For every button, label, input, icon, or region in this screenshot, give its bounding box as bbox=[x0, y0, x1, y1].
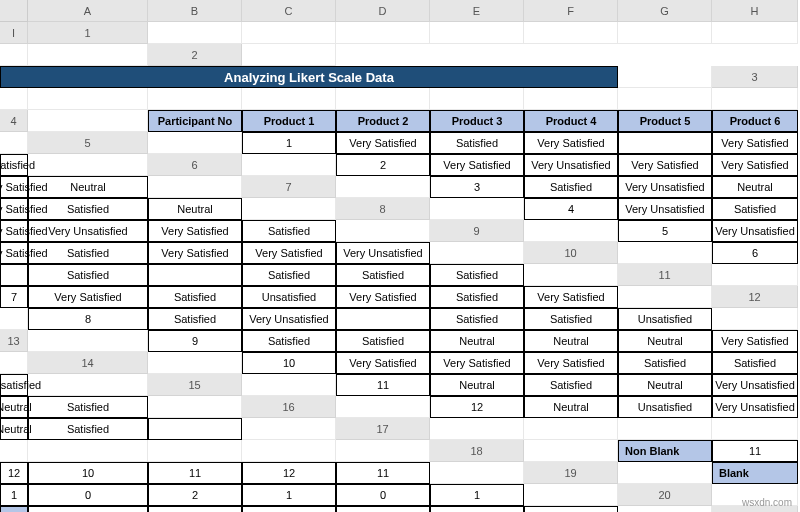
empty-cell[interactable] bbox=[242, 44, 336, 66]
empty-cell[interactable] bbox=[524, 220, 618, 242]
data-cell[interactable]: Neutral bbox=[430, 330, 524, 352]
row-header[interactable]: 17 bbox=[336, 418, 430, 440]
summary-cell[interactable]: 12 bbox=[0, 462, 28, 484]
summary-cell[interactable]: 11 bbox=[336, 462, 430, 484]
data-cell[interactable] bbox=[148, 418, 242, 440]
empty-cell[interactable] bbox=[148, 440, 242, 462]
row-header[interactable]: 19 bbox=[524, 462, 618, 484]
data-cell[interactable]: Neutral bbox=[0, 396, 28, 418]
data-cell[interactable]: Unsatisfied bbox=[0, 374, 28, 396]
empty-cell[interactable] bbox=[242, 198, 336, 220]
empty-cell[interactable] bbox=[148, 132, 242, 154]
data-cell[interactable]: Very Satisfied bbox=[712, 154, 798, 176]
data-cell[interactable]: Satisfied bbox=[430, 132, 524, 154]
col-header[interactable]: A bbox=[28, 0, 148, 22]
data-cell[interactable]: Satisfied bbox=[430, 264, 524, 286]
row-header[interactable]: 10 bbox=[524, 242, 618, 264]
data-cell[interactable]: Satisfied bbox=[430, 286, 524, 308]
summary-cell[interactable]: 12 bbox=[242, 462, 336, 484]
empty-cell[interactable] bbox=[336, 22, 430, 44]
row-header[interactable]: 14 bbox=[28, 352, 148, 374]
data-cell[interactable]: Very Satisfied bbox=[430, 352, 524, 374]
data-cell[interactable]: Satisfied bbox=[618, 352, 712, 374]
summary-cell[interactable]: 0 bbox=[28, 484, 148, 506]
empty-cell[interactable] bbox=[430, 242, 524, 264]
data-cell[interactable]: Neutral bbox=[524, 396, 618, 418]
data-cell[interactable]: Very Satisfied bbox=[524, 286, 618, 308]
empty-cell[interactable] bbox=[618, 462, 712, 484]
summary-cell[interactable]: 11 bbox=[148, 462, 242, 484]
data-cell[interactable]: Very Satisfied bbox=[0, 198, 28, 220]
col-header[interactable]: E bbox=[430, 0, 524, 22]
data-cell[interactable]: Very Unsatisfied bbox=[712, 374, 798, 396]
empty-cell[interactable] bbox=[0, 88, 28, 110]
data-cell[interactable]: Very Satisfied bbox=[148, 242, 242, 264]
data-cell[interactable]: Very Unsatisfied bbox=[618, 176, 712, 198]
row-header[interactable]: 4 bbox=[0, 110, 28, 132]
data-cell[interactable]: Very Satisfied bbox=[336, 286, 430, 308]
data-cell[interactable]: Very Unsatisfied bbox=[28, 220, 148, 242]
empty-cell[interactable] bbox=[28, 330, 148, 352]
empty-cell[interactable] bbox=[618, 22, 712, 44]
summary-cell[interactable]: 1 bbox=[242, 484, 336, 506]
row-header[interactable]: 5 bbox=[28, 132, 148, 154]
empty-cell[interactable] bbox=[336, 440, 430, 462]
row-header[interactable]: 8 bbox=[336, 198, 430, 220]
data-cell[interactable]: Satisfied bbox=[28, 242, 148, 264]
empty-cell[interactable] bbox=[618, 286, 712, 308]
data-cell[interactable]: Satisfied bbox=[242, 264, 336, 286]
data-cell[interactable]: Very Unsatisfied bbox=[242, 308, 336, 330]
data-cell[interactable] bbox=[148, 264, 242, 286]
empty-cell[interactable] bbox=[0, 352, 28, 374]
empty-cell[interactable] bbox=[28, 44, 148, 66]
empty-cell[interactable] bbox=[242, 418, 336, 440]
empty-cell[interactable] bbox=[524, 418, 618, 440]
row-header[interactable]: 9 bbox=[430, 220, 524, 242]
empty-cell[interactable] bbox=[28, 88, 148, 110]
empty-cell[interactable] bbox=[242, 88, 336, 110]
empty-cell[interactable] bbox=[430, 198, 524, 220]
col-header[interactable]: D bbox=[336, 0, 430, 22]
data-cell[interactable]: Satisfied bbox=[524, 176, 618, 198]
empty-cell[interactable] bbox=[28, 374, 148, 396]
empty-cell[interactable] bbox=[28, 110, 148, 132]
data-cell[interactable]: Very Satisfied bbox=[148, 220, 242, 242]
data-cell[interactable]: Very Unsatisfied bbox=[712, 220, 798, 242]
summary-cell[interactable]: 0 bbox=[336, 484, 430, 506]
data-cell[interactable]: Neutral bbox=[148, 198, 242, 220]
data-cell[interactable]: Neutral bbox=[618, 330, 712, 352]
row-header[interactable]: 16 bbox=[242, 396, 336, 418]
col-header[interactable]: B bbox=[148, 0, 242, 22]
empty-cell[interactable] bbox=[0, 132, 28, 154]
data-cell[interactable]: Very Unsatisfied bbox=[336, 242, 430, 264]
row-header[interactable]: 13 bbox=[0, 330, 28, 352]
data-cell[interactable]: Very Satisfied bbox=[712, 132, 798, 154]
empty-cell[interactable] bbox=[0, 44, 28, 66]
empty-cell[interactable] bbox=[148, 396, 242, 418]
data-cell[interactable]: Very Unsatisfied bbox=[712, 396, 798, 418]
data-cell[interactable] bbox=[336, 308, 430, 330]
row-header[interactable]: 18 bbox=[430, 440, 524, 462]
summary-cell[interactable]: 11 bbox=[712, 440, 798, 462]
row-header[interactable]: 12 bbox=[712, 286, 798, 308]
empty-cell[interactable] bbox=[430, 418, 524, 440]
data-cell[interactable]: Very Satisfied bbox=[336, 132, 430, 154]
data-cell[interactable]: Very Unsatisfied bbox=[618, 198, 712, 220]
data-cell[interactable]: Neutral bbox=[0, 418, 28, 440]
empty-cell[interactable] bbox=[712, 88, 798, 110]
data-cell[interactable]: Very Satisfied bbox=[0, 220, 28, 242]
empty-cell[interactable] bbox=[148, 176, 242, 198]
row-header[interactable]: 20 bbox=[618, 484, 712, 506]
data-cell[interactable]: Very Satisfied bbox=[430, 154, 524, 176]
summary-cell[interactable]: 12 bbox=[28, 506, 148, 512]
data-cell[interactable]: Very Satisfied bbox=[0, 242, 28, 264]
empty-cell[interactable] bbox=[242, 154, 336, 176]
data-cell[interactable]: Neutral bbox=[430, 374, 524, 396]
empty-cell[interactable] bbox=[618, 242, 712, 264]
row-header[interactable]: 2 bbox=[148, 44, 242, 66]
row-header[interactable]: 6 bbox=[148, 154, 242, 176]
empty-cell[interactable] bbox=[618, 506, 712, 512]
data-cell[interactable]: Satisfied bbox=[336, 264, 430, 286]
summary-cell[interactable] bbox=[242, 506, 336, 512]
data-cell[interactable]: Satisfied bbox=[524, 374, 618, 396]
